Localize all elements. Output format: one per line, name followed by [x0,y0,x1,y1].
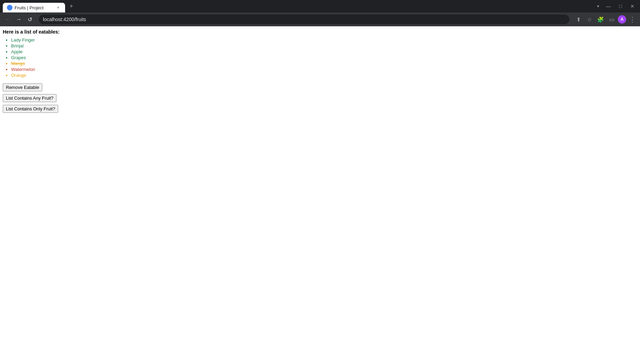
tab-dropdown-button[interactable]: ▾ [596,2,601,10]
profile-avatar[interactable]: A [618,15,626,24]
list-item: Brinjal [11,43,637,48]
toolbar-right: ⬆ ☆ 🧩 ▭ A ⋮ [574,15,637,24]
forward-button[interactable]: → [14,15,24,24]
browser-chrome: Fruits | Project × + ▾ — □ ✕ ← → ↺ local… [0,0,640,26]
extensions-icon[interactable]: 🧩 [596,15,605,24]
tab-title: Fruits | Project [15,5,53,10]
eatables-list: Lady Finger Brinjal Apple Grapes Mango W… [3,37,637,78]
list-contains-only-fruit-button[interactable]: List Contains Only Fruit? [3,105,58,113]
share-icon[interactable]: ⬆ [574,15,583,24]
list-item: Lady Finger [11,37,637,43]
tab-bar: Fruits | Project × + ▾ — □ ✕ [0,0,640,12]
minimize-button[interactable]: — [603,2,614,10]
maximize-button[interactable]: □ [616,2,625,10]
list-item: Watermelon [11,67,637,72]
list-item: Mango [11,61,637,66]
bookmark-icon[interactable]: ☆ [585,15,594,24]
page-heading: Here is a list of eatables: [3,29,637,35]
back-button[interactable]: ← [3,15,12,24]
tab-favicon [7,5,12,10]
close-button[interactable]: ✕ [628,2,637,10]
list-item: Grapes [11,55,637,60]
list-item: Apple [11,49,637,54]
menu-icon[interactable]: ⋮ [628,15,637,24]
address-bar[interactable]: localhost:4200/fruits [39,15,569,24]
list-contains-any-fruit-button[interactable]: List Contains Any Fruit? [3,94,56,102]
new-tab-button[interactable]: + [66,1,76,11]
tab-close-button[interactable]: × [55,5,61,10]
remove-eatable-button[interactable]: Remove Eatable [3,83,42,91]
list-item: Orange [11,73,637,78]
page-content: Here is a list of eatables: Lady Finger … [0,26,640,364]
navigation-toolbar: ← → ↺ localhost:4200/fruits ⬆ ☆ 🧩 ▭ A ⋮ [0,12,640,26]
address-text: localhost:4200/fruits [43,17,565,22]
buttons-section: Remove Eatable List Contains Any Fruit? … [3,83,637,113]
window-controls: — □ ✕ [603,2,637,10]
sidebar-icon[interactable]: ▭ [607,15,616,24]
active-tab[interactable]: Fruits | Project × [3,3,65,12]
reload-button[interactable]: ↺ [25,15,35,24]
